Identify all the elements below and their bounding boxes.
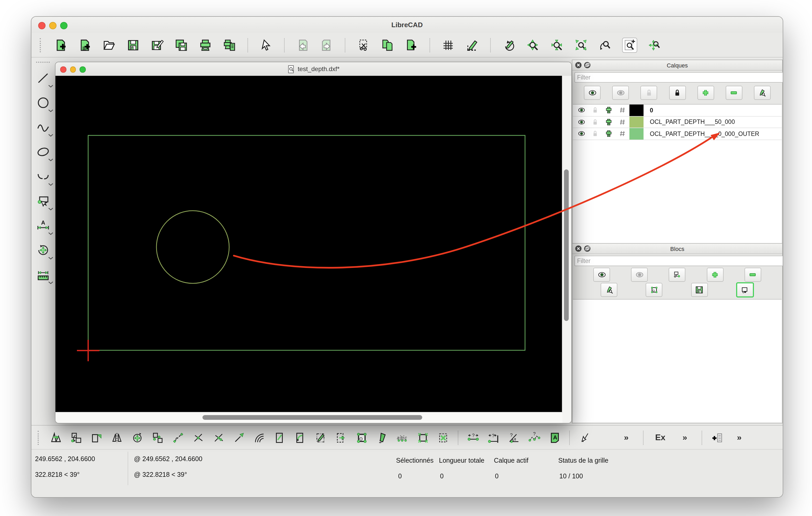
add-block-button[interactable]: [706, 268, 723, 282]
select-tool[interactable]: [35, 193, 51, 209]
layer-name[interactable]: OCL_PART_DEPTH___50_000: [650, 119, 735, 125]
layer-lock-toggle[interactable]: [588, 107, 602, 114]
redo-button[interactable]: [320, 38, 334, 52]
ellipse-tool[interactable]: [35, 144, 51, 160]
layer-name[interactable]: OCL_PART_DEPTH____0_000_OUTER: [650, 131, 759, 137]
line-tool[interactable]: [35, 70, 51, 86]
copy-button[interactable]: [380, 38, 395, 52]
layers-panel-titlebar[interactable]: Calques: [572, 60, 782, 70]
layer-color-swatch[interactable]: [630, 104, 643, 116]
modify-move-rotate-button[interactable]: [130, 431, 144, 444]
layer-color-swatch[interactable]: [630, 116, 643, 127]
layer-color-swatch[interactable]: [630, 128, 643, 139]
vertical-scrollbar-thumb[interactable]: [564, 170, 569, 321]
add-layer-button[interactable]: [697, 86, 714, 99]
toolbar-drag-handle[interactable]: [40, 38, 43, 52]
remove-layer-button[interactable]: [726, 86, 743, 99]
layer-row[interactable]: OCL_PART_DEPTH___50_000: [573, 116, 782, 128]
modify-trim-button[interactable]: [192, 431, 205, 444]
layer-lock-toggle[interactable]: [588, 118, 602, 126]
toolbar-overflow-3[interactable]: »: [730, 431, 748, 444]
layers-filter-input[interactable]: [575, 72, 783, 83]
layer-visibility-toggle[interactable]: [575, 107, 588, 114]
blocks-filter-input[interactable]: [575, 256, 783, 266]
hide-all-blocks-button[interactable]: [631, 268, 648, 282]
drawing-canvas[interactable]: [55, 76, 562, 413]
show-all-blocks-button[interactable]: [593, 268, 610, 282]
measure-distance-entity-point-button[interactable]: ?: [487, 431, 500, 444]
part-outline-rectangle[interactable]: [88, 135, 525, 350]
zoom-window-control-button[interactable]: [60, 22, 67, 29]
circle-tool[interactable]: [35, 95, 51, 111]
modify-block-button[interactable]: [601, 283, 617, 297]
modify-offset-button[interactable]: [334, 431, 348, 444]
measure-polyline-length-button[interactable]: ?: [527, 431, 541, 444]
paste-button[interactable]: [404, 38, 418, 52]
draft-mode-button[interactable]: [465, 38, 479, 52]
modify-rotate-two-button[interactable]: [151, 431, 164, 444]
layer-print-toggle[interactable]: [602, 107, 615, 114]
minimize-window-button[interactable]: [49, 22, 57, 29]
blocks-list[interactable]: [573, 299, 782, 422]
modify-explode-button[interactable]: [416, 431, 430, 444]
modify-lengthen-button[interactable]: [232, 431, 246, 444]
blocks-panel-titlebar[interactable]: Blocs: [572, 244, 782, 254]
modify-rotate-button[interactable]: [69, 431, 83, 444]
toolbar-drag-handle[interactable]: [36, 62, 50, 65]
print-preview-button[interactable]: [222, 38, 236, 52]
layer-row[interactable]: 0: [573, 104, 782, 116]
document-titlebar[interactable]: test_depth.dxf*: [55, 62, 571, 76]
document-zoom-button[interactable]: [80, 66, 86, 72]
document-close-button[interactable]: [60, 66, 66, 72]
insert-block-button[interactable]: [669, 268, 686, 282]
layers-panel-close-icon[interactable]: [575, 62, 582, 68]
polyline-tool[interactable]: [35, 168, 51, 185]
pocket-circle[interactable]: [156, 211, 229, 283]
new-from-template-button[interactable]: [78, 38, 92, 52]
layer-construction-toggle[interactable]: [615, 118, 629, 126]
selection-pointer-button[interactable]: [259, 38, 273, 52]
modify-stretch-button[interactable]: [171, 431, 185, 444]
save-button[interactable]: [126, 38, 140, 52]
save-block-button[interactable]: [691, 283, 707, 297]
modify-tool[interactable]: [35, 242, 51, 258]
insert-label-button[interactable]: A: [548, 431, 561, 444]
modify-delete-selected-button[interactable]: [436, 431, 450, 444]
toggle-block-button[interactable]: [736, 282, 754, 298]
remove-block-button[interactable]: [745, 268, 761, 282]
document-minimize-button[interactable]: [70, 66, 76, 72]
blocks-panel-float-icon[interactable]: [584, 245, 591, 252]
grid-toggle-button[interactable]: [441, 38, 455, 52]
edit-block-button[interactable]: [646, 283, 663, 297]
toolbar-overflow-2[interactable]: »: [676, 431, 694, 444]
toolbar-overflow-1[interactable]: »: [617, 431, 635, 444]
modify-round-button[interactable]: [293, 431, 307, 444]
layer-construction-toggle[interactable]: [615, 130, 629, 138]
blocks-panel-close-icon[interactable]: [575, 245, 582, 252]
lock-all-layers-button[interactable]: [669, 86, 686, 99]
block-list-add-button[interactable]: [710, 431, 724, 444]
save-as-button[interactable]: [150, 38, 164, 52]
modify-layer-button[interactable]: [754, 86, 771, 99]
vertical-scrollbar[interactable]: [562, 76, 571, 413]
hide-all-layers-button[interactable]: [612, 86, 629, 99]
layers-panel-float-icon[interactable]: [584, 62, 591, 68]
main-titlebar[interactable]: LibreCAD: [31, 17, 783, 33]
toolbar-drag-handle[interactable]: [38, 430, 41, 445]
zoom-in-button[interactable]: [526, 38, 540, 52]
layer-print-toggle[interactable]: [602, 118, 615, 126]
horizontal-scrollbar[interactable]: [55, 412, 562, 423]
open-file-button[interactable]: [102, 38, 116, 52]
new-document-button[interactable]: [54, 38, 68, 52]
layer-visibility-toggle[interactable]: [575, 118, 588, 126]
modify-move-button[interactable]: [49, 431, 62, 444]
zoom-auto-button[interactable]: [574, 38, 588, 52]
layer-name[interactable]: 0: [650, 107, 653, 114]
layer-construction-toggle[interactable]: [615, 107, 629, 114]
zoom-pan-button[interactable]: [647, 38, 661, 52]
explorer-toolbar-button[interactable]: Ex: [651, 431, 669, 444]
unlock-all-layers-button[interactable]: [641, 86, 658, 99]
modify-mirror-button[interactable]: [110, 431, 123, 444]
modify-fillet-button[interactable]: [253, 431, 266, 444]
modify-edit-text-button[interactable]: a b c: [396, 431, 409, 444]
